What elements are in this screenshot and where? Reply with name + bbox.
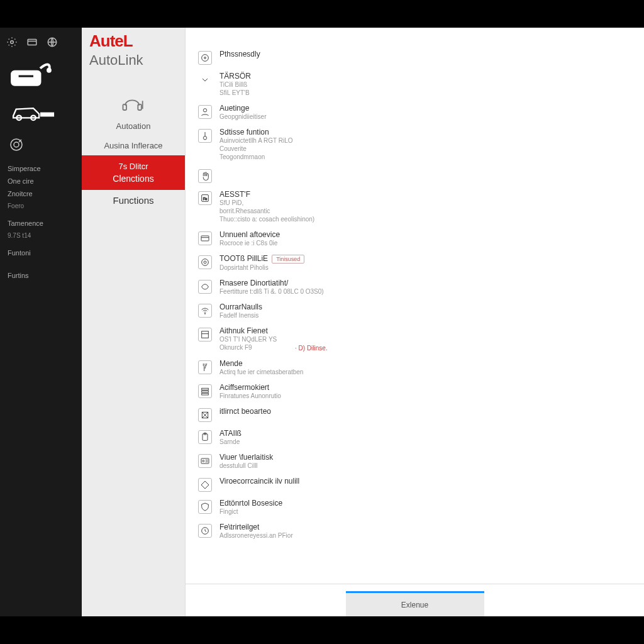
hand-icon xyxy=(198,169,212,183)
disc-icon xyxy=(198,51,212,65)
list-item-title: itlirnct beoarteo xyxy=(219,407,271,416)
list-item-subtitle: TiCili Billß xyxy=(219,80,251,89)
list-item-title: Fe\trirteilget xyxy=(219,523,293,531)
list-item[interactable]: Rnasere Dinortiatiht/Feertitture t:dlß T… xyxy=(198,275,644,299)
svg-point-0 xyxy=(11,41,14,44)
list-item[interactable]: Aithnuk FienetOS'I T'I NQdLER YSOknurck … xyxy=(198,323,644,356)
bottom-bar: Exlenue xyxy=(186,584,644,616)
list-item-subtitle: Rocroce ie :i C8s 0ie xyxy=(219,239,280,247)
list-item-title: AESST'F xyxy=(219,190,314,199)
svg-rect-28 xyxy=(202,388,209,390)
list-item-title: Auetinge xyxy=(219,104,267,113)
headset-icon xyxy=(82,94,185,116)
svg-rect-26 xyxy=(202,331,209,338)
rail-link[interactable]: Tamenence xyxy=(8,217,74,230)
list-item-title: ATAIlß xyxy=(219,429,242,438)
list-item[interactable]: TÄRSÖRTiCili BillßSfiL EYT'B xyxy=(198,69,644,101)
list-item-title: Edtönrtol Bosesice xyxy=(219,499,282,508)
list-item-title: Rnasere Dinortiatiht/ xyxy=(219,279,324,287)
list-item-subtitle: Thuo::cisto a: cosach eeolishinon) xyxy=(219,215,314,223)
list-item-title: TÄRSÖR xyxy=(219,72,251,80)
list-item[interactable]: itlirnct beoarteo xyxy=(198,404,644,426)
shield-icon xyxy=(198,500,212,514)
svg-rect-9 xyxy=(41,113,53,116)
list-item[interactable]: Edtönrtol BosesiceFingict xyxy=(198,496,644,519)
list-item-subtitle: Actirq fue ier cirnetasberatben xyxy=(219,368,303,376)
svg-rect-1 xyxy=(28,40,36,45)
sidebar-item-functions[interactable]: Functions xyxy=(82,190,185,211)
list-item[interactable]: Sdtisse funtionAuinvoictetllh A RGT RiLO… xyxy=(198,125,644,165)
gear-icon[interactable] xyxy=(6,36,18,48)
rail-link[interactable]: Furtins xyxy=(8,269,74,282)
list-item[interactable]: Viuer \fuerlaitiskdesstulull Cilll xyxy=(198,450,644,474)
list-item-subtitle: borrit.Rhesasantic xyxy=(219,207,314,215)
list-item[interactable]: AuetingeGeopgnidiieitiser xyxy=(198,101,644,125)
list-item-title: OurrarNaulls xyxy=(219,303,262,311)
fork-icon xyxy=(198,360,212,374)
stack-icon xyxy=(198,384,212,398)
svg-rect-12 xyxy=(123,104,127,110)
list-item[interactable]: Pthssnesdly xyxy=(198,47,644,69)
list-item-title: TOOTß PillLiETinisused xyxy=(219,254,304,264)
rail-link-sub: 9.7S t14 xyxy=(8,230,74,242)
list-item-subtitle: Sarnde xyxy=(219,438,242,446)
card-icon[interactable] xyxy=(26,36,38,48)
diagnostic-icon[interactable] xyxy=(0,133,82,156)
rail-link[interactable]: Znoitcre xyxy=(8,187,74,200)
list-item[interactable]: AciffsermokiertFinratunes Aunonrutio xyxy=(198,380,644,404)
globe-icon[interactable] xyxy=(47,36,58,48)
sidebar-item-interface[interactable]: Ausina Inflerace xyxy=(82,136,185,155)
svg-text:Fs: Fs xyxy=(203,197,208,201)
sidebar-item-autoation[interactable]: Autoation xyxy=(82,116,185,136)
svg-point-17 xyxy=(203,109,206,112)
execute-button[interactable]: Exlenue xyxy=(346,591,484,616)
svg-point-16 xyxy=(204,57,206,59)
list-item-title: Pthssnesdly xyxy=(219,50,260,58)
list-item[interactable]: MendeActirq fue ier cirnetasberatben xyxy=(198,356,644,380)
svg-point-35 xyxy=(203,460,204,462)
list-item[interactable]: ATAIlßSarnde xyxy=(198,426,644,450)
sidebar-item-clenctions[interactable]: 7s Dlitcr Clenctions xyxy=(82,155,185,190)
therm-icon xyxy=(198,129,212,143)
box2-icon xyxy=(198,408,212,422)
rail-link[interactable]: Funtoni xyxy=(8,247,74,259)
list-item[interactable]: Viroecorrcaincik ilv nulill xyxy=(198,474,644,496)
svg-point-15 xyxy=(202,55,209,62)
svg-point-25 xyxy=(204,313,205,314)
list-item[interactable] xyxy=(198,165,644,187)
svg-rect-21 xyxy=(201,236,209,241)
list-item-subtitle: Geopgnidiieitiser xyxy=(219,113,267,121)
sidebar-item-sublabel: Clenctions xyxy=(82,174,185,184)
diamond-icon xyxy=(198,478,212,492)
list-item-title: Viuer \fuerlaitisk xyxy=(219,453,273,462)
chev-icon xyxy=(198,73,212,87)
swirl-icon xyxy=(198,280,212,294)
ring-icon xyxy=(198,255,212,269)
status-badge: Tinisused xyxy=(272,255,304,264)
list-item-subtitle: SfU PiD, xyxy=(219,199,314,207)
list-item-subtitle: Adlssronereyessi.an PFior xyxy=(219,531,293,540)
svg-rect-13 xyxy=(138,104,142,110)
list-item[interactable]: OurrarNaullsFadelf Inensis xyxy=(198,299,644,323)
list-item-subtitle: OS'I T'I NQdLER YS xyxy=(219,335,277,343)
box-icon xyxy=(198,328,212,341)
list-item-title: Mende xyxy=(219,359,303,368)
list-item[interactable]: Unnuenl aftoeviceRocroce ie :i C8s 0ie xyxy=(198,227,644,251)
asst-icon: Fs xyxy=(198,191,212,205)
svg-point-11 xyxy=(14,142,19,147)
svg-point-24 xyxy=(204,261,206,264)
car-icon[interactable] xyxy=(0,98,82,133)
svg-rect-29 xyxy=(202,391,209,392)
list-item-subtitle: Feertitture t:dlß Ti &. 0 08LC 0 O3S0) xyxy=(219,287,324,296)
list-item-title: Sdtisse funtion xyxy=(219,128,293,136)
list-item-subtitle: Finratunes Aunonrutio xyxy=(219,392,281,400)
rail-link[interactable]: One cire xyxy=(8,175,74,187)
printer-icon[interactable] xyxy=(0,57,82,98)
rail-link[interactable]: Simperace xyxy=(8,162,74,175)
rail-link[interactable]: Foero xyxy=(8,200,74,212)
list-item[interactable]: TOOTß PillLiETinisusedDopsirtaht Piholis xyxy=(198,251,644,275)
list-item[interactable]: FsAESST'FSfU PiD,borrit.RhesasanticThuo:… xyxy=(198,187,644,227)
function-list: PthssnesdlyTÄRSÖRTiCili BillßSfiL EYT'BA… xyxy=(186,28,644,587)
list-item-subtitle: Teogondmrnaon xyxy=(219,153,293,161)
list-item[interactable]: Fe\trirteilgetAdlssronereyessi.an PFior xyxy=(198,519,644,543)
